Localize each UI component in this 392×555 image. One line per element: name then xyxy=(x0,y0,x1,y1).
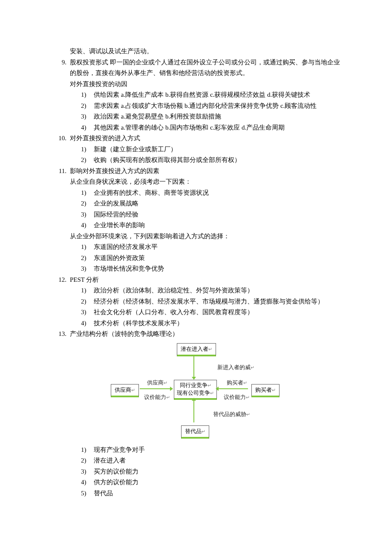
sub-body: 买方的议价能力 xyxy=(94,466,342,477)
sub-item: 3)社会文化分析（人口分布、收入分布、国民教育程度等） xyxy=(70,307,342,318)
document-page: 安装、调试以及试生产活动。 9. 股权投资形式 即一国的企业或个人通过在国外设立… xyxy=(0,0,392,555)
sub-item: 5)替代品 xyxy=(70,488,342,499)
item-extra-line: 对外直接投资的动因 xyxy=(70,79,342,90)
item-body: 对外直接投资的进入方式 xyxy=(70,133,342,144)
sub-number: 3) xyxy=(81,466,94,477)
sub-body: 东道国的外资政策 xyxy=(94,253,342,264)
item-number: 10. xyxy=(50,133,70,166)
sub-item: 4)技术分析（科学技术发展水平） xyxy=(70,318,342,329)
sub-item: 2)经济分析（经济体制、经济发展水平、市场规模与潜力、通货膨胀与资金供给等） xyxy=(70,296,342,307)
arrow-icon xyxy=(193,400,194,422)
sub-number: 3) xyxy=(81,209,94,220)
item-number: 11. xyxy=(50,166,70,275)
sub-item: 1)东道国的经济发展水平 xyxy=(70,242,342,253)
sub-body: 社会文化分析（人口分布、收入分布、国民教育程度等） xyxy=(94,307,342,318)
sub-item: 4)供方的议价能力 xyxy=(70,477,342,488)
continuation-text: 安装、调试以及试生产活动。 xyxy=(50,46,342,57)
sub-item: 3)政治因素 a.避免贸易壁垒 b.利用投资鼓励措施 xyxy=(70,111,342,122)
item-body: PEST 分析 xyxy=(70,275,342,286)
sub-number: 3) xyxy=(81,111,94,122)
sub-item: 2)潜在进入者 xyxy=(70,455,342,466)
sub-item: 2)收购（购买现有的股权而取得其部分或全部所有权） xyxy=(70,155,342,166)
sub-body: 供方的议价能力 xyxy=(94,477,342,488)
sub-number: 1) xyxy=(81,285,94,296)
item-body: 股权投资形式 即一国的企业或个人通过在国外设立子公司或分公司，或通过购买、参与当… xyxy=(70,57,342,79)
sub-body: 现有产业竞争对手 xyxy=(94,445,342,456)
porter-diagram: 潜在进入者↵ 供应商↵ 同行业竞争↵ 现有公司竞争↵ 购买者↵ 替代品↵ 新进入… xyxy=(50,340,342,445)
sub-item: 3)国际经营的经验 xyxy=(70,209,342,220)
sub-body: 政治分析（政治体制、政治稳定性、外贸与外资政策等） xyxy=(94,285,342,296)
sub-number: 4) xyxy=(81,122,94,133)
sub-item: 1)企业拥有的技术、商标、商誉等资源状况 xyxy=(70,188,342,199)
sub-number: 1) xyxy=(81,242,94,253)
sub-number: 1) xyxy=(81,144,94,155)
sub-item: 1)新建（建立新企业或新工厂） xyxy=(70,144,342,155)
sub-number: 1) xyxy=(81,90,94,101)
diagram-label: 替代品的威胁↵ xyxy=(213,410,250,419)
sub-body: 替代品 xyxy=(94,488,342,499)
sub-number: 2) xyxy=(81,253,94,264)
sub-item: 3)市场增长情况和竞争优势 xyxy=(70,263,342,275)
sub-item: 1)现有产业竞争对手 xyxy=(70,445,342,456)
item-number: 13. xyxy=(50,329,70,340)
sub-item: 4)企业增长率的影响 xyxy=(70,220,342,231)
diagram-label: 议价能力↵ xyxy=(144,393,170,402)
item-number: 12. xyxy=(50,275,70,329)
sub-number: 3) xyxy=(81,307,94,318)
sub-body: 新建（建立新企业或新工厂） xyxy=(94,144,342,155)
sub-body: 经济分析（经济体制、经济发展水平、市场规模与潜力、通货膨胀与资金供给等） xyxy=(94,296,342,307)
sub-item: 1)供给因素 a.降低生产成本 b.获得自然资源 c.获得规模经济效益 d.获得… xyxy=(70,90,342,101)
diagram-box-center: 同行业竞争↵ 现有公司竞争↵ xyxy=(174,380,217,400)
sub-body: 企业拥有的技术、商标、商誉等资源状况 xyxy=(94,188,342,199)
sub-body: 市场增长情况和竞争优势 xyxy=(94,263,342,275)
text-line: 从企业自身状况来说，必须考虑一下因素： xyxy=(70,176,342,188)
arrow-icon xyxy=(193,355,194,377)
diagram-box-right: 购买者↵ xyxy=(251,384,280,397)
sub-number: 3) xyxy=(81,263,94,275)
item-body: 产业结构分析（波特的竞争战略理论） xyxy=(70,329,342,340)
sub-number: 2) xyxy=(81,155,94,166)
list-item-10: 10. 对外直接投资的进入方式 1)新建（建立新企业或新工厂） 2)收购（购买现… xyxy=(50,133,342,166)
sub-number: 4) xyxy=(81,318,94,329)
diagram-label: 新进入者的威↵ xyxy=(217,363,254,372)
sub-body: 东道国的经济发展水平 xyxy=(94,242,342,253)
text-line: 安装、调试以及试生产活动。 xyxy=(70,46,342,57)
item-number: 9. xyxy=(50,57,70,133)
sub-number: 1) xyxy=(81,188,94,199)
item-body: 影响对外直接投进入方式的因素 xyxy=(70,166,342,177)
sub-body: 政治因素 a.避免贸易壁垒 b.利用投资鼓励措施 xyxy=(94,111,342,122)
sub-item: 3)买方的议价能力 xyxy=(70,466,342,477)
sub-body: 国际经营的经验 xyxy=(94,209,342,220)
diagram-box-bottom: 替代品↵ xyxy=(181,425,209,439)
sub-body: 其他因素 a.管理者的雄心 b.国内市场饱和 c.彩车效应 d.产品生命周期 xyxy=(94,122,342,133)
sub-body: 企业的发展战略 xyxy=(94,198,342,209)
text-line: 从企业外部环境来说，下列因素影响着进入方式的选择： xyxy=(70,231,342,242)
list-item-11: 11. 影响对外直接投进入方式的因素 从企业自身状况来说，必须考虑一下因素： 1… xyxy=(50,166,342,275)
sub-item: 1)政治分析（政治体制、政治稳定性、外贸与外资政策等） xyxy=(70,285,342,296)
sub-body: 技术分析（科学技术发展水平） xyxy=(94,318,342,329)
diagram-label: 购买者↵ xyxy=(227,378,247,387)
sub-body: 企业增长率的影响 xyxy=(94,220,342,231)
list-item-13: 13. 产业结构分析（波特的竞争战略理论） xyxy=(50,329,342,340)
sub-number: 2) xyxy=(81,198,94,209)
arrow-icon xyxy=(140,388,170,389)
sub-body: 收购（购买现有的股权而取得其部分或全部所有权） xyxy=(94,155,342,166)
arrow-icon xyxy=(218,388,248,389)
sub-number: 2) xyxy=(81,101,94,112)
sub-item: 2)企业的发展战略 xyxy=(70,198,342,209)
sub-number: 2) xyxy=(81,455,94,466)
sub-number: 5) xyxy=(81,488,94,499)
sub-body: 潜在进入者 xyxy=(94,455,342,466)
sub-item: 2)东道国的外资政策 xyxy=(70,253,342,264)
list-item-9: 9. 股权投资形式 即一国的企业或个人通过在国外设立子公司或分公司，或通过购买、… xyxy=(50,57,342,133)
diagram-label: 议价能力↵ xyxy=(224,393,250,402)
list-item-13-subs: 1)现有产业竞争对手 2)潜在进入者 3)买方的议价能力 4)供方的议价能力 5… xyxy=(50,445,342,499)
diagram-box-top: 潜在进入者↵ xyxy=(177,343,216,356)
sub-item: 4)其他因素 a.管理者的雄心 b.国内市场饱和 c.彩车效应 d.产品生命周期 xyxy=(70,122,342,133)
diagram-box-left: 供应商↵ xyxy=(111,384,139,397)
sub-body: 需求因素 a.占领或扩大市场份额 b.通过内部化经营来保持竞争优势 c.顾客流动… xyxy=(94,101,342,112)
sub-number: 4) xyxy=(81,220,94,231)
sub-number: 4) xyxy=(81,477,94,488)
sub-number: 2) xyxy=(81,296,94,307)
sub-number: 1) xyxy=(81,445,94,456)
